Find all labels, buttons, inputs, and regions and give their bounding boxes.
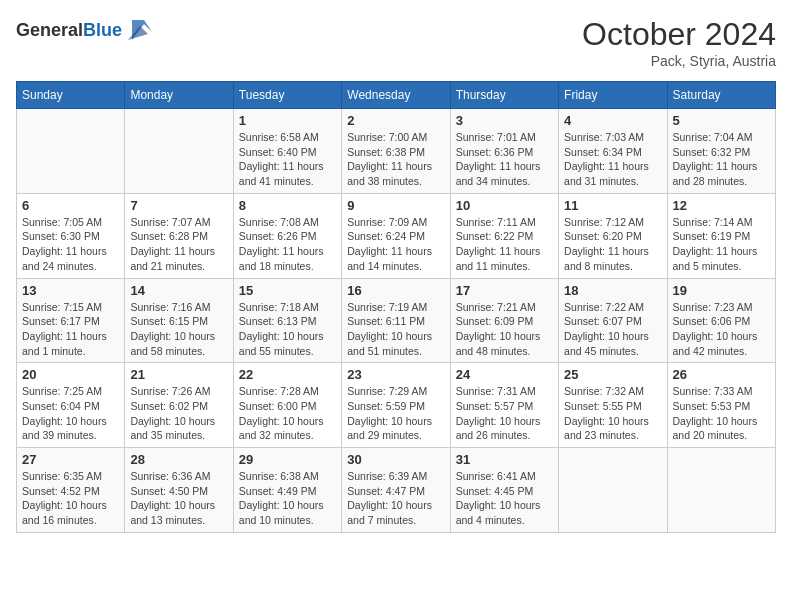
day-number: 2 xyxy=(347,113,444,128)
calendar-cell: 1Sunrise: 6:58 AM Sunset: 6:40 PM Daylig… xyxy=(233,109,341,194)
calendar-cell: 19Sunrise: 7:23 AM Sunset: 6:06 PM Dayli… xyxy=(667,278,775,363)
calendar-cell: 18Sunrise: 7:22 AM Sunset: 6:07 PM Dayli… xyxy=(559,278,667,363)
day-number: 21 xyxy=(130,367,227,382)
day-number: 13 xyxy=(22,283,119,298)
day-info: Sunrise: 7:09 AM Sunset: 6:24 PM Dayligh… xyxy=(347,215,444,274)
location-title: Pack, Styria, Austria xyxy=(582,53,776,69)
calendar-cell: 15Sunrise: 7:18 AM Sunset: 6:13 PM Dayli… xyxy=(233,278,341,363)
day-number: 1 xyxy=(239,113,336,128)
day-number: 4 xyxy=(564,113,661,128)
day-info: Sunrise: 7:31 AM Sunset: 5:57 PM Dayligh… xyxy=(456,384,553,443)
calendar-cell: 29Sunrise: 6:38 AM Sunset: 4:49 PM Dayli… xyxy=(233,448,341,533)
calendar-cell: 28Sunrise: 6:36 AM Sunset: 4:50 PM Dayli… xyxy=(125,448,233,533)
logo-general: GeneralBlue xyxy=(16,20,122,41)
day-number: 15 xyxy=(239,283,336,298)
day-number: 31 xyxy=(456,452,553,467)
day-info: Sunrise: 7:15 AM Sunset: 6:17 PM Dayligh… xyxy=(22,300,119,359)
logo-icon xyxy=(124,16,152,44)
day-info: Sunrise: 7:16 AM Sunset: 6:15 PM Dayligh… xyxy=(130,300,227,359)
calendar-cell: 13Sunrise: 7:15 AM Sunset: 6:17 PM Dayli… xyxy=(17,278,125,363)
day-info: Sunrise: 6:36 AM Sunset: 4:50 PM Dayligh… xyxy=(130,469,227,528)
day-number: 17 xyxy=(456,283,553,298)
day-number: 25 xyxy=(564,367,661,382)
day-number: 26 xyxy=(673,367,770,382)
calendar-cell: 30Sunrise: 6:39 AM Sunset: 4:47 PM Dayli… xyxy=(342,448,450,533)
calendar-cell: 17Sunrise: 7:21 AM Sunset: 6:09 PM Dayli… xyxy=(450,278,558,363)
calendar-cell: 23Sunrise: 7:29 AM Sunset: 5:59 PM Dayli… xyxy=(342,363,450,448)
weekday-header: Saturday xyxy=(667,82,775,109)
day-info: Sunrise: 7:07 AM Sunset: 6:28 PM Dayligh… xyxy=(130,215,227,274)
day-number: 28 xyxy=(130,452,227,467)
weekday-header: Tuesday xyxy=(233,82,341,109)
calendar-cell: 9Sunrise: 7:09 AM Sunset: 6:24 PM Daylig… xyxy=(342,193,450,278)
day-info: Sunrise: 6:39 AM Sunset: 4:47 PM Dayligh… xyxy=(347,469,444,528)
calendar-cell: 26Sunrise: 7:33 AM Sunset: 5:53 PM Dayli… xyxy=(667,363,775,448)
calendar-cell: 16Sunrise: 7:19 AM Sunset: 6:11 PM Dayli… xyxy=(342,278,450,363)
calendar-cell: 24Sunrise: 7:31 AM Sunset: 5:57 PM Dayli… xyxy=(450,363,558,448)
logo: GeneralBlue xyxy=(16,16,152,44)
calendar-cell: 22Sunrise: 7:28 AM Sunset: 6:00 PM Dayli… xyxy=(233,363,341,448)
day-info: Sunrise: 7:33 AM Sunset: 5:53 PM Dayligh… xyxy=(673,384,770,443)
day-info: Sunrise: 7:23 AM Sunset: 6:06 PM Dayligh… xyxy=(673,300,770,359)
calendar-cell: 10Sunrise: 7:11 AM Sunset: 6:22 PM Dayli… xyxy=(450,193,558,278)
day-number: 9 xyxy=(347,198,444,213)
calendar-cell: 5Sunrise: 7:04 AM Sunset: 6:32 PM Daylig… xyxy=(667,109,775,194)
weekday-header: Wednesday xyxy=(342,82,450,109)
day-number: 6 xyxy=(22,198,119,213)
calendar-cell: 3Sunrise: 7:01 AM Sunset: 6:36 PM Daylig… xyxy=(450,109,558,194)
calendar-cell: 12Sunrise: 7:14 AM Sunset: 6:19 PM Dayli… xyxy=(667,193,775,278)
day-info: Sunrise: 7:04 AM Sunset: 6:32 PM Dayligh… xyxy=(673,130,770,189)
calendar-cell: 14Sunrise: 7:16 AM Sunset: 6:15 PM Dayli… xyxy=(125,278,233,363)
day-number: 23 xyxy=(347,367,444,382)
day-info: Sunrise: 6:41 AM Sunset: 4:45 PM Dayligh… xyxy=(456,469,553,528)
day-info: Sunrise: 7:01 AM Sunset: 6:36 PM Dayligh… xyxy=(456,130,553,189)
day-number: 5 xyxy=(673,113,770,128)
day-number: 27 xyxy=(22,452,119,467)
day-info: Sunrise: 6:58 AM Sunset: 6:40 PM Dayligh… xyxy=(239,130,336,189)
calendar-cell: 4Sunrise: 7:03 AM Sunset: 6:34 PM Daylig… xyxy=(559,109,667,194)
calendar-cell: 27Sunrise: 6:35 AM Sunset: 4:52 PM Dayli… xyxy=(17,448,125,533)
calendar-cell xyxy=(125,109,233,194)
calendar-cell: 6Sunrise: 7:05 AM Sunset: 6:30 PM Daylig… xyxy=(17,193,125,278)
day-info: Sunrise: 7:19 AM Sunset: 6:11 PM Dayligh… xyxy=(347,300,444,359)
calendar-table: SundayMondayTuesdayWednesdayThursdayFrid… xyxy=(16,81,776,533)
day-info: Sunrise: 7:26 AM Sunset: 6:02 PM Dayligh… xyxy=(130,384,227,443)
calendar-cell: 25Sunrise: 7:32 AM Sunset: 5:55 PM Dayli… xyxy=(559,363,667,448)
day-number: 12 xyxy=(673,198,770,213)
day-info: Sunrise: 7:22 AM Sunset: 6:07 PM Dayligh… xyxy=(564,300,661,359)
day-info: Sunrise: 7:05 AM Sunset: 6:30 PM Dayligh… xyxy=(22,215,119,274)
calendar-week-row: 27Sunrise: 6:35 AM Sunset: 4:52 PM Dayli… xyxy=(17,448,776,533)
calendar-cell: 2Sunrise: 7:00 AM Sunset: 6:38 PM Daylig… xyxy=(342,109,450,194)
calendar-week-row: 6Sunrise: 7:05 AM Sunset: 6:30 PM Daylig… xyxy=(17,193,776,278)
day-info: Sunrise: 7:18 AM Sunset: 6:13 PM Dayligh… xyxy=(239,300,336,359)
day-number: 20 xyxy=(22,367,119,382)
calendar-week-row: 1Sunrise: 6:58 AM Sunset: 6:40 PM Daylig… xyxy=(17,109,776,194)
day-number: 30 xyxy=(347,452,444,467)
weekday-header: Monday xyxy=(125,82,233,109)
calendar-cell xyxy=(667,448,775,533)
calendar-cell: 21Sunrise: 7:26 AM Sunset: 6:02 PM Dayli… xyxy=(125,363,233,448)
day-info: Sunrise: 7:11 AM Sunset: 6:22 PM Dayligh… xyxy=(456,215,553,274)
weekday-header: Thursday xyxy=(450,82,558,109)
day-info: Sunrise: 7:29 AM Sunset: 5:59 PM Dayligh… xyxy=(347,384,444,443)
day-number: 8 xyxy=(239,198,336,213)
day-number: 29 xyxy=(239,452,336,467)
calendar-cell: 11Sunrise: 7:12 AM Sunset: 6:20 PM Dayli… xyxy=(559,193,667,278)
day-number: 19 xyxy=(673,283,770,298)
month-title: October 2024 xyxy=(582,16,776,53)
day-number: 24 xyxy=(456,367,553,382)
calendar-week-row: 20Sunrise: 7:25 AM Sunset: 6:04 PM Dayli… xyxy=(17,363,776,448)
day-info: Sunrise: 6:38 AM Sunset: 4:49 PM Dayligh… xyxy=(239,469,336,528)
calendar-cell: 7Sunrise: 7:07 AM Sunset: 6:28 PM Daylig… xyxy=(125,193,233,278)
day-info: Sunrise: 7:08 AM Sunset: 6:26 PM Dayligh… xyxy=(239,215,336,274)
day-info: Sunrise: 7:03 AM Sunset: 6:34 PM Dayligh… xyxy=(564,130,661,189)
calendar-cell xyxy=(17,109,125,194)
day-number: 14 xyxy=(130,283,227,298)
day-info: Sunrise: 7:12 AM Sunset: 6:20 PM Dayligh… xyxy=(564,215,661,274)
day-info: Sunrise: 7:21 AM Sunset: 6:09 PM Dayligh… xyxy=(456,300,553,359)
day-number: 11 xyxy=(564,198,661,213)
day-info: Sunrise: 7:28 AM Sunset: 6:00 PM Dayligh… xyxy=(239,384,336,443)
calendar-cell: 8Sunrise: 7:08 AM Sunset: 6:26 PM Daylig… xyxy=(233,193,341,278)
day-number: 22 xyxy=(239,367,336,382)
day-info: Sunrise: 7:00 AM Sunset: 6:38 PM Dayligh… xyxy=(347,130,444,189)
